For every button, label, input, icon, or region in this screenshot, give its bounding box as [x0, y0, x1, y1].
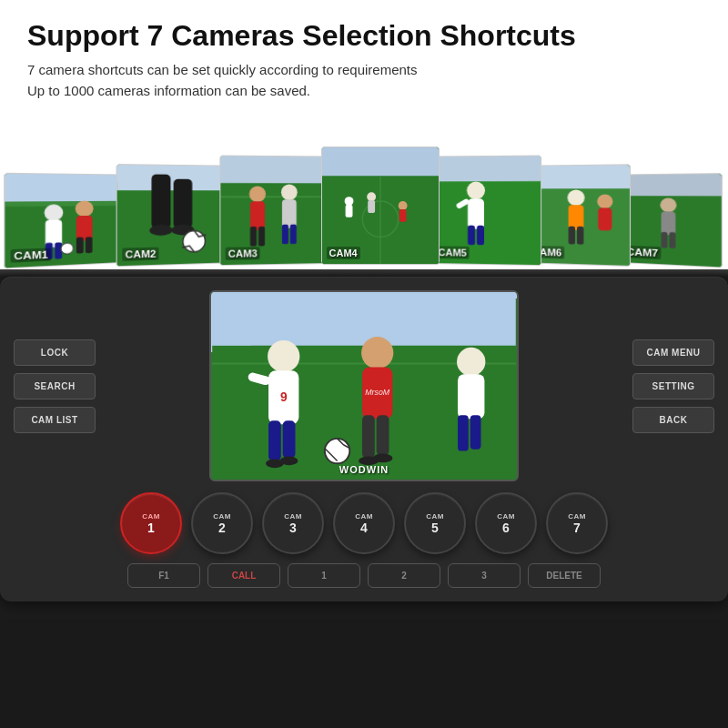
- cam-label-2: CAM2: [122, 248, 159, 261]
- svg-rect-28: [281, 225, 288, 245]
- cam-btn-label-2: CAM: [213, 512, 231, 521]
- svg-point-77: [373, 454, 393, 463]
- cam-btn-num-7: 7: [573, 521, 581, 535]
- main-title: Support 7 Cameras Selection Shortcuts: [27, 18, 701, 53]
- svg-rect-30: [322, 147, 439, 177]
- cam-thumb-2: CAM2: [116, 165, 231, 268]
- cam-btn-label-5: CAM: [426, 512, 444, 521]
- svg-rect-15: [173, 179, 192, 228]
- search-button[interactable]: SEARCH: [14, 373, 96, 399]
- right-buttons: CAM MENU SETTING BACK: [632, 339, 714, 433]
- cameras-strip: CAM1 CAM2: [0, 115, 728, 269]
- device-screen: 9: [209, 290, 519, 481]
- svg-rect-35: [345, 205, 352, 217]
- svg-rect-75: [377, 416, 389, 456]
- svg-rect-51: [568, 227, 574, 245]
- cam-thumb-7: CAM7: [617, 174, 722, 268]
- back-button[interactable]: BACK: [632, 407, 714, 433]
- cam-button-3[interactable]: CAM 3: [262, 492, 324, 554]
- top-section: Support 7 Cameras Selection Shortcuts 7 …: [0, 0, 728, 115]
- svg-point-34: [344, 197, 353, 207]
- svg-point-79: [457, 348, 485, 376]
- svg-point-70: [280, 457, 298, 466]
- f1-button[interactable]: F1: [127, 563, 200, 588]
- num2-button[interactable]: 2: [368, 563, 440, 588]
- svg-rect-68: [283, 421, 296, 459]
- cam-btn-num-1: 1: [147, 521, 155, 535]
- subtitle-line1: 7 camera shortcuts can be set quickly ac…: [27, 62, 418, 77]
- device-main-row: LOCK SEARCH CAM LIST: [14, 290, 714, 481]
- cam-button-1[interactable]: CAM 1: [120, 492, 182, 554]
- svg-rect-82: [470, 416, 481, 450]
- cam-btn-num-3: 3: [289, 521, 297, 535]
- cam-button-6[interactable]: CAM 6: [475, 492, 537, 554]
- delete-button[interactable]: DELETE: [528, 563, 601, 588]
- cam-btn-num-4: 4: [360, 521, 368, 535]
- svg-rect-61: [212, 292, 516, 346]
- num1-button[interactable]: 1: [288, 563, 360, 588]
- svg-rect-45: [468, 226, 475, 246]
- lock-button[interactable]: LOCK: [14, 339, 96, 366]
- gradient-divider: [0, 269, 728, 277]
- cam-btn-label-3: CAM: [284, 512, 302, 521]
- svg-rect-74: [362, 416, 375, 459]
- cam-button-5[interactable]: CAM 5: [404, 492, 466, 554]
- svg-rect-12: [116, 166, 230, 191]
- cam-thumb-5: CAM5: [430, 156, 541, 267]
- cam-btn-label-4: CAM: [355, 512, 373, 521]
- svg-rect-6: [55, 243, 62, 259]
- svg-rect-29: [289, 225, 296, 245]
- call-button[interactable]: CALL: [207, 563, 280, 588]
- svg-rect-80: [458, 375, 484, 420]
- setting-button[interactable]: SETTING: [632, 373, 714, 399]
- svg-rect-67: [268, 421, 281, 461]
- screen-inner: 9: [211, 292, 517, 480]
- svg-rect-59: [661, 232, 667, 248]
- cam-button-2[interactable]: CAM 2: [191, 492, 253, 554]
- svg-rect-52: [577, 227, 583, 245]
- cam-btn-num-2: 2: [218, 521, 226, 535]
- svg-point-78: [325, 439, 349, 463]
- svg-point-36: [398, 201, 407, 210]
- svg-rect-27: [281, 200, 296, 228]
- left-buttons: LOCK SEARCH CAM LIST: [14, 339, 96, 433]
- cam-btn-label-6: CAM: [497, 512, 515, 521]
- screen-container: 9: [109, 290, 619, 481]
- cam-button-4[interactable]: CAM 4: [333, 492, 395, 554]
- svg-rect-9: [76, 238, 83, 254]
- svg-rect-60: [669, 232, 675, 248]
- device-body: LOCK SEARCH CAM LIST: [0, 277, 728, 602]
- cam-thumb-3: CAM3: [219, 156, 330, 267]
- svg-rect-10: [85, 238, 92, 254]
- svg-text:9: 9: [280, 390, 288, 404]
- svg-rect-39: [368, 200, 375, 213]
- num3-button[interactable]: 3: [448, 563, 521, 588]
- svg-rect-58: [661, 212, 675, 236]
- svg-point-64: [268, 340, 299, 372]
- svg-rect-46: [476, 226, 483, 246]
- cam-label-5: CAM5: [435, 247, 469, 259]
- cam-thumb-4: CAM4: [321, 147, 440, 265]
- cam-btn-label-7: CAM: [568, 512, 586, 521]
- cam-btn-num-6: 6: [502, 521, 510, 535]
- svg-rect-25: [258, 227, 264, 247]
- subtitle-line2: Up to 1000 cameras information can be sa…: [27, 83, 310, 98]
- svg-rect-14: [151, 175, 170, 229]
- subtitle: 7 camera shortcuts can be set quickly ac…: [27, 60, 701, 101]
- svg-rect-54: [598, 208, 612, 231]
- cammenu-button[interactable]: CAM MENU: [632, 339, 714, 366]
- svg-point-38: [367, 193, 376, 202]
- cam-label-4: CAM4: [327, 247, 360, 259]
- func-buttons-row: F1 CALL 1 2 3 DELETE: [14, 563, 714, 588]
- svg-rect-19: [220, 157, 329, 184]
- svg-rect-43: [468, 199, 484, 229]
- cam-button-7[interactable]: CAM 7: [546, 492, 608, 554]
- device-brand: WODWIN: [339, 464, 389, 475]
- svg-point-72: [361, 337, 393, 369]
- device-wrap: LOCK SEARCH CAM LIST: [0, 269, 728, 620]
- cam-label-1: CAM1: [10, 248, 51, 263]
- cam-btn-num-5: 5: [431, 521, 439, 535]
- svg-rect-24: [249, 227, 256, 247]
- camlist-button[interactable]: CAM LIST: [14, 407, 96, 433]
- cam-btn-label-1: CAM: [142, 512, 160, 521]
